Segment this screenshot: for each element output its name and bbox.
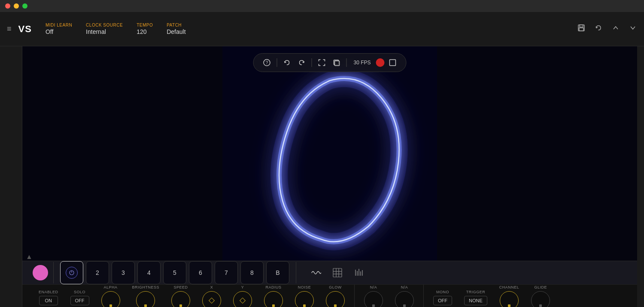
fullscreen-viz-button[interactable] bbox=[315, 57, 328, 68]
menu-icon[interactable]: ≡ bbox=[7, 24, 12, 33]
tempo-value[interactable]: 120 bbox=[137, 28, 153, 35]
y-knob[interactable] bbox=[233, 291, 252, 307]
trigger-control: TRIGGER NONE bbox=[464, 290, 487, 305]
nav-down-button[interactable] bbox=[629, 24, 637, 34]
channel-button-2[interactable]: 2 bbox=[86, 261, 109, 284]
help-button[interactable]: ? bbox=[260, 57, 273, 68]
separator bbox=[276, 58, 277, 67]
separator bbox=[423, 285, 424, 307]
midi-learn-label: MIDI LEARN bbox=[46, 23, 72, 27]
trigger-button[interactable]: NONE bbox=[464, 296, 487, 305]
channel-control: CHANNEL bbox=[499, 285, 519, 307]
topbar-right bbox=[577, 24, 637, 34]
x-control: X bbox=[202, 285, 221, 307]
color-selector[interactable] bbox=[33, 265, 48, 280]
speed-knob[interactable] bbox=[171, 291, 190, 307]
separator bbox=[53, 262, 54, 283]
glide-knob[interactable] bbox=[531, 291, 550, 307]
brightness-knob[interactable] bbox=[136, 291, 155, 307]
undo-viz-button[interactable] bbox=[280, 57, 293, 68]
channel-knob[interactable] bbox=[500, 291, 519, 307]
separator bbox=[354, 285, 355, 307]
grid-view-button[interactable] bbox=[328, 263, 347, 282]
glow-knob[interactable] bbox=[326, 291, 345, 307]
x-label: X bbox=[210, 285, 213, 289]
channel-button-6[interactable]: 6 bbox=[189, 261, 212, 284]
y-control: Y bbox=[233, 285, 252, 307]
channel-button-1[interactable] bbox=[60, 261, 83, 284]
clock-source-group: CLOCK SOURCE Internal bbox=[86, 23, 123, 35]
channel-button-8[interactable]: 8 bbox=[240, 261, 264, 284]
na2-knob[interactable] bbox=[395, 291, 414, 307]
bars-view-button[interactable] bbox=[349, 263, 368, 282]
midi-learn-value[interactable]: Off bbox=[46, 28, 72, 35]
record-button[interactable] bbox=[376, 58, 385, 67]
na1-label: N/A bbox=[370, 285, 377, 289]
solo-label: SOLO bbox=[74, 290, 85, 294]
channel-button-4[interactable]: 4 bbox=[137, 261, 161, 284]
channel-button-7[interactable]: 7 bbox=[215, 261, 238, 284]
radius-knob[interactable] bbox=[264, 291, 283, 307]
enabled-button[interactable]: ON bbox=[39, 296, 58, 305]
trigger-label: TRIGGER bbox=[466, 290, 486, 294]
bottom-controls: ENABLED ON SOLO OFF ALPHA BRIGH bbox=[22, 284, 637, 307]
canvas-visualization bbox=[22, 46, 637, 261]
svg-rect-7 bbox=[390, 60, 396, 66]
save-button[interactable] bbox=[577, 24, 586, 34]
na2-label: N/A bbox=[401, 285, 408, 289]
alpha-label: ALPHA bbox=[104, 285, 118, 289]
channel-button-b[interactable]: B bbox=[266, 261, 289, 284]
channel-3-label: 3 bbox=[122, 269, 125, 276]
app: ≡ VS MIDI LEARN Off CLOCK SOURCE Interna… bbox=[0, 12, 644, 307]
svg-rect-6 bbox=[334, 61, 339, 66]
noise-knob[interactable] bbox=[295, 291, 314, 307]
x-knob[interactable] bbox=[202, 291, 221, 307]
scroll-up-button[interactable]: ▲ bbox=[26, 253, 33, 261]
svg-rect-1 bbox=[580, 25, 583, 27]
main-content: ? bbox=[0, 46, 644, 307]
channel-button-3[interactable]: 3 bbox=[112, 261, 135, 284]
na1-control: N/A bbox=[364, 285, 383, 307]
glow-shape-svg bbox=[222, 46, 437, 261]
close-button[interactable] bbox=[5, 3, 10, 9]
clock-source-value[interactable]: Internal bbox=[86, 28, 123, 35]
titlebar bbox=[0, 0, 644, 12]
view-buttons bbox=[307, 263, 368, 282]
mono-label: MONO bbox=[436, 290, 449, 294]
channel-label: CHANNEL bbox=[499, 285, 519, 289]
mono-button[interactable]: OFF bbox=[433, 296, 452, 305]
channel-4-label: 4 bbox=[147, 269, 151, 276]
redo-viz-button[interactable] bbox=[295, 57, 308, 68]
speed-control: SPEED bbox=[171, 285, 190, 307]
enabled-control: ENABLED ON bbox=[39, 290, 58, 305]
fps-display: 30 FPS bbox=[353, 60, 371, 66]
glow-label: GLOW bbox=[329, 285, 342, 289]
glide-control: GLIDE bbox=[531, 285, 550, 307]
patch-label: PATCH bbox=[167, 23, 185, 27]
alpha-control: ALPHA bbox=[101, 285, 120, 307]
speed-label: SPEED bbox=[174, 285, 188, 289]
channel-8-label: 8 bbox=[250, 269, 254, 276]
snapshot-button[interactable] bbox=[386, 57, 399, 68]
separator bbox=[346, 58, 346, 67]
noise-label: NOISE bbox=[298, 285, 311, 289]
logo: VS bbox=[18, 24, 32, 35]
waveform-view-button[interactable] bbox=[307, 263, 325, 282]
undo-button[interactable] bbox=[594, 24, 603, 34]
midi-learn-group: MIDI LEARN Off bbox=[46, 23, 72, 35]
nav-up-button[interactable] bbox=[611, 24, 620, 34]
minimize-button[interactable] bbox=[14, 3, 19, 9]
y-label: Y bbox=[241, 285, 244, 289]
mono-control: MONO OFF bbox=[433, 290, 452, 305]
channel-strip: 2 3 4 5 6 7 8 bbox=[22, 261, 637, 284]
channel-6-label: 6 bbox=[199, 269, 202, 276]
glow-control: GLOW bbox=[326, 285, 345, 307]
channel-5-label: 5 bbox=[173, 269, 176, 276]
patch-value[interactable]: Default bbox=[167, 28, 185, 35]
channel-button-5[interactable]: 5 bbox=[163, 261, 186, 284]
solo-button[interactable]: OFF bbox=[70, 296, 89, 305]
fullscreen-button[interactable] bbox=[22, 3, 27, 9]
window-mode-button[interactable] bbox=[330, 57, 343, 68]
alpha-knob[interactable] bbox=[101, 291, 120, 307]
na1-knob[interactable] bbox=[364, 291, 383, 307]
